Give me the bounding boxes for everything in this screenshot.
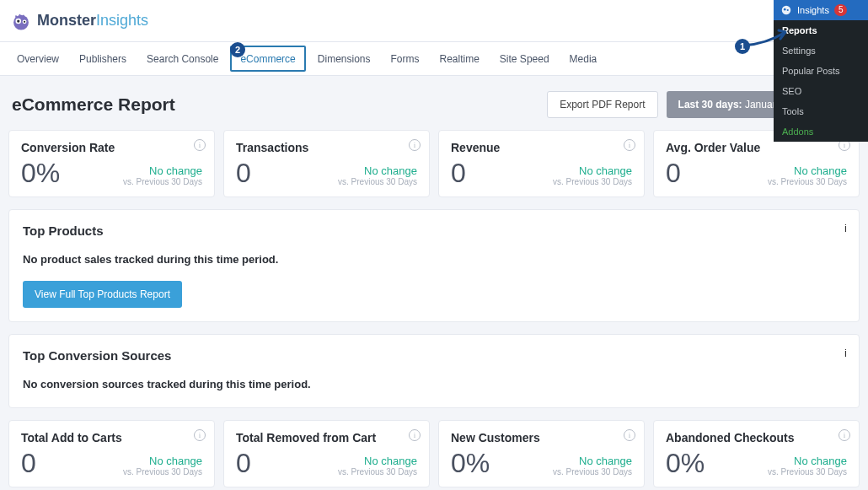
metric-value: 0 [666, 159, 681, 186]
info-icon[interactable]: i [194, 429, 206, 441]
metric-abandoned-checkouts: i Abandoned Checkouts 0% No change vs. P… [653, 420, 860, 487]
metric-change-sub: vs. Previous 30 Days [768, 467, 847, 477]
metric-change-sub: vs. Previous 30 Days [768, 177, 847, 186]
tab-media[interactable]: Media [560, 42, 608, 75]
section-title: Top Products [23, 223, 845, 238]
date-range-label: Last 30 days: [678, 99, 742, 110]
admin-menu-body: Reports Settings Popular Posts SEO Tools… [774, 20, 868, 142]
admin-insights-menu: Insights 5 Reports Settings Popular Post… [774, 0, 868, 142]
tab-realtime[interactable]: Realtime [430, 42, 490, 75]
monster-icon [10, 10, 32, 32]
metric-change-sub: vs. Previous 30 Days [553, 467, 632, 477]
tab-site-speed[interactable]: Site Speed [490, 42, 560, 75]
info-icon[interactable]: i [844, 222, 847, 234]
metric-title: Conversion Rate [21, 141, 202, 154]
section-title: Top Conversion Sources [23, 348, 845, 363]
metric-title: Transactions [236, 141, 417, 154]
metric-change: No change [553, 455, 632, 467]
menu-item-reports[interactable]: Reports [774, 20, 868, 40]
metric-title: Avg. Order Value [666, 141, 847, 154]
metric-change: No change [123, 164, 202, 177]
menu-item-seo[interactable]: SEO [774, 81, 868, 101]
metric-change-sub: vs. Previous 30 Days [123, 467, 202, 477]
menu-item-settings[interactable]: Settings [774, 40, 868, 61]
callout-badge-1: 1 [735, 39, 750, 54]
metric-add-to-carts: i Total Add to Carts 0 No change vs. Pre… [8, 420, 215, 487]
metric-title: Revenue [451, 141, 632, 154]
bottom-metrics-row: i Total Add to Carts 0 No change vs. Pre… [8, 420, 860, 487]
metric-title: New Customers [451, 431, 632, 444]
info-icon[interactable]: i [409, 139, 421, 151]
metric-value: 0% [21, 159, 60, 186]
metric-change: No change [768, 164, 847, 177]
info-icon[interactable]: i [844, 347, 847, 359]
brand-name: MonsterInsights [37, 12, 148, 30]
export-pdf-button[interactable]: Export PDF Report [547, 91, 657, 118]
top-bar: MonsterInsights [0, 0, 868, 42]
top-products-card: i Top Products No product sales tracked … [8, 209, 860, 322]
metric-conversion-rate: i Conversion Rate 0% No change vs. Previ… [8, 130, 215, 197]
admin-menu-header[interactable]: Insights 5 [774, 0, 868, 20]
info-icon[interactable]: i [624, 139, 635, 151]
metric-value: 0 [236, 450, 251, 477]
metric-value: 0% [666, 450, 705, 477]
metric-value: 0 [21, 450, 36, 477]
brand-logo: MonsterInsights [10, 10, 148, 32]
metric-change-sub: vs. Previous 30 Days [338, 177, 417, 186]
metric-title: Total Add to Carts [21, 431, 202, 444]
metric-change-sub: vs. Previous 30 Days [553, 177, 632, 186]
brand-name-b: Insights [96, 12, 148, 29]
metric-change-sub: vs. Previous 30 Days [338, 467, 417, 477]
metric-change: No change [123, 455, 202, 467]
metric-value: 0 [236, 159, 251, 186]
svg-point-4 [24, 20, 25, 22]
metric-change: No change [553, 164, 632, 177]
tab-dimensions[interactable]: Dimensions [308, 42, 381, 75]
tab-overview[interactable]: Overview [7, 42, 69, 75]
svg-point-7 [787, 9, 789, 11]
insights-icon [780, 4, 792, 16]
admin-menu-title: Insights [797, 5, 829, 15]
svg-point-2 [17, 19, 19, 22]
menu-item-addons[interactable]: Addons [774, 121, 868, 142]
tab-forms[interactable]: Forms [381, 42, 430, 75]
metric-transactions: i Transactions 0 No change vs. Previous … [223, 130, 430, 197]
metric-change: No change [338, 455, 417, 467]
metric-value: 0 [451, 159, 466, 186]
info-icon[interactable]: i [194, 139, 206, 151]
metric-removed-from-cart: i Total Removed from Cart 0 No change vs… [223, 420, 430, 487]
view-top-products-button[interactable]: View Full Top Products Report [23, 281, 182, 308]
metric-title: Abandoned Checkouts [666, 431, 847, 444]
svg-point-6 [784, 8, 786, 11]
page-title: eCommerce Report [12, 94, 175, 115]
top-conversion-sources-card: i Top Conversion Sources No conversion s… [8, 334, 860, 408]
metric-change-sub: vs. Previous 30 Days [123, 177, 202, 186]
brand-name-a: Monster [37, 12, 96, 29]
callout-badge-2: 2 [230, 42, 245, 57]
metric-new-customers: i New Customers 0% No change vs. Previou… [438, 420, 645, 487]
top-metrics-row: i Conversion Rate 0% No change vs. Previ… [8, 130, 860, 197]
notification-badge: 5 [834, 4, 848, 16]
info-icon[interactable]: i [839, 429, 850, 441]
tab-search-console[interactable]: Search Console [137, 42, 228, 75]
menu-item-tools[interactable]: Tools [774, 101, 868, 121]
info-icon[interactable]: i [624, 429, 635, 441]
metric-revenue: i Revenue 0 No change vs. Previous 30 Da… [438, 130, 645, 197]
metric-change: No change [338, 164, 417, 177]
empty-state-text: No product sales tracked during this tim… [23, 253, 845, 266]
metric-change: No change [768, 455, 847, 467]
empty-state-text: No conversion sources tracked during thi… [23, 378, 845, 390]
metric-value: 0% [451, 450, 490, 477]
metric-title: Total Removed from Cart [236, 431, 417, 444]
svg-point-5 [782, 6, 791, 15]
info-icon[interactable]: i [409, 429, 421, 441]
menu-item-popular-posts[interactable]: Popular Posts [774, 61, 868, 81]
tab-publishers[interactable]: Publishers [69, 42, 137, 75]
page-header: eCommerce Report Export PDF Report Last … [8, 91, 860, 118]
page-body: eCommerce Report Export PDF Report Last … [0, 76, 868, 490]
